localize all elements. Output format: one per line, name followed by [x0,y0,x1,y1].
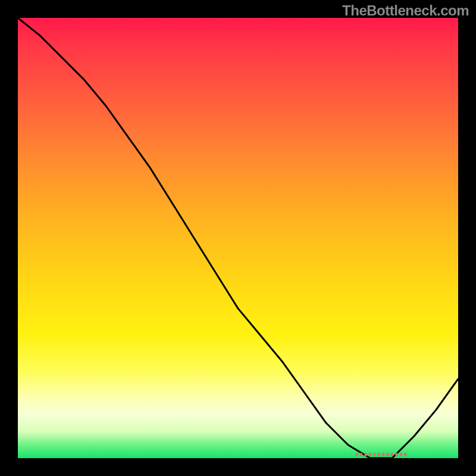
svg-rect-3 [369,453,371,456]
bottleneck-curve [18,18,458,458]
svg-rect-0 [356,453,358,456]
svg-rect-1 [360,453,362,456]
svg-rect-7 [387,453,389,456]
svg-rect-9 [395,453,397,456]
curve-path [18,18,458,458]
chart-container: TheBottleneck.com [0,0,476,476]
svg-rect-11 [404,453,406,456]
svg-rect-5 [378,453,380,456]
watermark-text: TheBottleneck.com [342,2,469,19]
plot-area [18,18,458,458]
svg-rect-10 [400,453,402,456]
svg-rect-4 [373,453,375,456]
svg-rect-8 [391,453,393,456]
svg-rect-2 [365,453,367,456]
svg-rect-6 [382,453,384,456]
